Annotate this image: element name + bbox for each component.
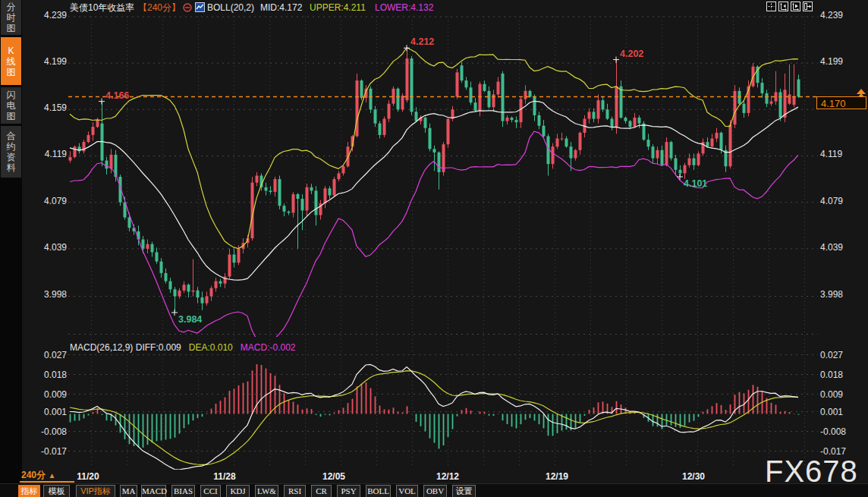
macd-tick-label: 0.027: [29, 350, 67, 360]
svg-text:4.101: 4.101: [684, 178, 707, 189]
price-tick-label: 4.039: [29, 242, 67, 253]
sidebar-item-char: 电: [7, 100, 16, 111]
price-tick-label: 3.998: [820, 289, 858, 300]
sidebar-item-char: 料: [7, 162, 16, 173]
toolbar-button-指标[interactable]: 指标: [18, 485, 40, 497]
macd-name: MACD(26,12,9) DIFF:0.009: [70, 342, 181, 353]
toolbar-button-PSY[interactable]: PSY: [337, 485, 360, 497]
price-tick-label: 4.239: [820, 10, 858, 20]
svg-text:3.984: 3.984: [178, 314, 202, 325]
toolbar-button-模板[interactable]: 模板: [43, 485, 70, 497]
axis-pan-icon[interactable]: [803, 1, 813, 11]
boll-label: BOLL(20,2): [207, 2, 254, 14]
boll-upper-value: UPPER:4.211: [310, 2, 366, 14]
annotation-3.984: 3.984: [171, 310, 202, 325]
sidebar-item-char: 合: [7, 131, 16, 141]
crosshair-icon[interactable]: [766, 1, 776, 11]
indicator-chart-icon: [195, 2, 205, 12]
sidebar-item-char: 图: [7, 111, 16, 121]
toolbar-button-RSI[interactable]: RSI: [284, 485, 306, 497]
sidebar-item-3[interactable]: 闪电图: [1, 87, 21, 124]
sidebar-item-char: 分: [7, 2, 16, 12]
macd-tick-label: 0.018: [29, 370, 67, 380]
current-price-tag: 4.170: [816, 96, 866, 109]
price-tick-label: 4.199: [820, 56, 858, 67]
sidebar-item-char: 闪: [7, 90, 16, 100]
collapse-indicator-icon[interactable]: [183, 3, 192, 12]
boll-mid-line: [70, 101, 798, 280]
svg-text:4.166: 4.166: [105, 90, 129, 101]
chart-canvas: 4.1663.9844.2124.2024.101: [0, 0, 868, 497]
axis-play-icon[interactable]: [791, 1, 800, 11]
macd-tick-label: 0.018: [820, 370, 858, 380]
date-tick-label: 12/12: [436, 471, 459, 482]
price-tick-label: 4.199: [29, 56, 67, 67]
price-tick-label: 4.039: [820, 242, 858, 253]
watermark: FX678: [765, 455, 858, 487]
toolbar-button-VOL[interactable]: VOL: [396, 485, 418, 497]
macd-header: MACD(26,12,9) DIFF:0.009DEA:0.010MACD:-0…: [70, 342, 296, 353]
toolbar-button-VIP指标[interactable]: VIP指标: [76, 485, 115, 497]
price-tick-label: 4.239: [29, 10, 67, 20]
price-tick-label: 4.159: [29, 102, 67, 113]
sidebar-item-char: 图: [7, 67, 16, 77]
price-tick-label: 3.998: [29, 289, 67, 300]
toolbar-button-BIAS[interactable]: BIAS: [171, 485, 195, 497]
sidebar-item-4[interactable]: 合约资料: [1, 126, 21, 178]
toolbar-button-MA[interactable]: MA: [120, 485, 137, 497]
macd-series: [71, 364, 799, 448]
app-root: 4.1663.9844.2124.2024.101 美债10年收益率 【240分…: [0, 0, 868, 497]
sidebar: 分时图K线图闪电图合约资料: [0, 0, 22, 497]
annotation-4.202: 4.202: [613, 49, 643, 63]
macd-tick-label: 0.027: [820, 350, 858, 360]
gridlines: [68, 17, 818, 468]
sidebar-item-char: 线: [7, 56, 16, 67]
svg-text:4.212: 4.212: [410, 36, 434, 47]
period-selector[interactable]: 240分 ▲: [21, 470, 55, 480]
date-tick-label: 11/20: [77, 471, 99, 482]
boll-mid-value: MID:4.172: [260, 2, 302, 14]
sidebar-item-1[interactable]: 分时图: [1, 0, 21, 35]
price-up-arrow-icon: [857, 89, 866, 94]
toolbar-button-设置[interactable]: 设置: [452, 485, 476, 497]
bottom-toolbar: 指标模板VIP指标MAMACDBIASCCIKDJLW&RSICRPSYBOLL…: [0, 483, 868, 497]
svg-text:4.202: 4.202: [620, 49, 643, 59]
date-tick-label: 12/19: [546, 471, 568, 482]
sidebar-item-char: 约: [7, 141, 16, 152]
toolbar-button-LW&[interactable]: LW&: [255, 485, 278, 497]
price-tick-label: 4.119: [820, 149, 858, 159]
price-tick-label: 4.079: [29, 196, 67, 206]
macd-tick-label: 0.009: [820, 389, 858, 400]
instrument-title: 美债10年收益率: [70, 2, 134, 14]
chevron-up-icon: ▲: [48, 471, 55, 480]
sidebar-item-char: 图: [7, 23, 16, 33]
period-selector-underline: [20, 481, 74, 483]
sidebar-item-char: 资: [7, 152, 16, 162]
toolbar-button-CR[interactable]: CR: [311, 485, 332, 497]
macd-tick-label: 0.009: [29, 389, 67, 400]
price-tick-label: 4.079: [820, 196, 858, 206]
macd-tick-label: 0.001: [820, 407, 858, 417]
sidebar-item-char: K: [8, 46, 14, 56]
macd-tick-label: -0.008: [820, 426, 858, 437]
price-tick-label: 4.119: [29, 149, 67, 159]
macd-dea-value: DEA:0.010: [189, 342, 233, 353]
date-tick-label: 12/30: [682, 471, 705, 482]
boll-lower-value: LOWER:4.132: [375, 2, 433, 14]
macd-tick-label: -0.008: [29, 426, 67, 437]
macd-tick-label: 0.001: [29, 407, 67, 417]
toolbar-button-BOLL[interactable]: BOLL: [366, 485, 391, 497]
macd-tick-label: -0.017: [29, 446, 67, 457]
macd-value: MACD:-0.002: [241, 342, 296, 353]
sidebar-item-char: 时: [7, 12, 16, 23]
toolbar-button-OBV[interactable]: OBV: [423, 485, 447, 497]
period-label: 【240分】: [138, 2, 181, 14]
toolbar-button-CCI[interactable]: CCI: [200, 485, 221, 497]
toolbar-button-KDJ[interactable]: KDJ: [226, 485, 250, 497]
sidebar-item-2[interactable]: K线图: [1, 37, 21, 85]
toolbar-button-MACD[interactable]: MACD: [141, 485, 166, 497]
date-tick-label: 12/05: [322, 471, 345, 482]
axis-zoom-icon[interactable]: [778, 1, 788, 11]
date-tick-label: 11/28: [213, 471, 235, 482]
